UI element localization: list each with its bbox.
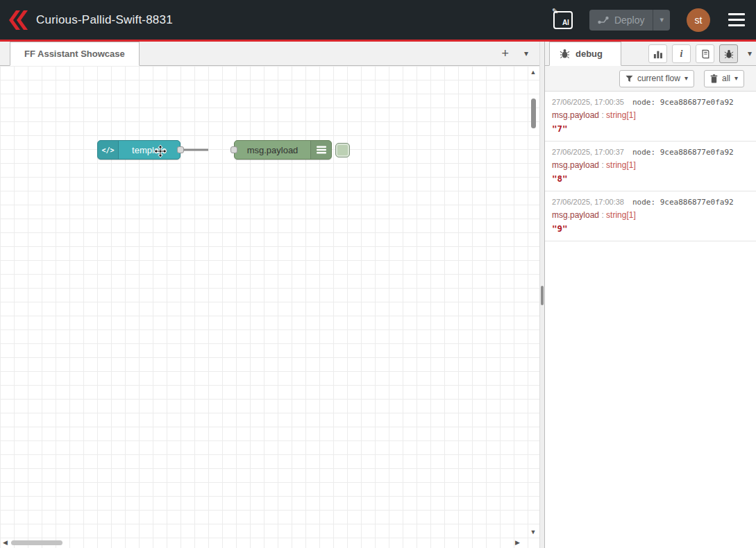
workspace: FF Assistant Showcase + ▾ </> template m…	[0, 42, 539, 548]
debug-node[interactable]: msg.payload	[234, 140, 332, 160]
bar-chart-icon	[653, 49, 663, 59]
property-type: string[1]	[606, 210, 636, 220]
scroll-right-icon[interactable]: ▶	[515, 538, 520, 547]
scroll-up-icon[interactable]: ▲	[528, 69, 538, 76]
ai-assistant-button[interactable]: ✎ AI	[553, 11, 573, 29]
message-value: "8"	[552, 173, 749, 184]
debug-enable-toggle[interactable]	[335, 143, 350, 157]
canvas-vertical-scrollbar[interactable]: ▲ ▼	[528, 67, 538, 537]
template-node-icon: </>	[98, 141, 119, 159]
bug-icon	[724, 49, 734, 59]
property-separator: :	[599, 210, 606, 220]
vertical-scrollbar-thumb[interactable]	[531, 99, 536, 128]
avatar-initials: st	[695, 15, 703, 26]
user-avatar[interactable]: st	[687, 8, 710, 32]
message-timestamp: 27/06/2025, 17:00:38	[552, 198, 624, 207]
deploy-button[interactable]: Deploy ▾	[589, 10, 670, 31]
resize-grip-icon	[541, 286, 544, 305]
filter-button-label: current flow	[637, 74, 680, 83]
debug-message-list: 27/06/2025, 17:00:35 node: 9cea886877e0f…	[545, 92, 756, 548]
pencil-icon: ✎	[552, 7, 558, 16]
tab-ff-assistant-showcase[interactable]: FF Assistant Showcase	[10, 42, 140, 66]
message-timestamp: 27/06/2025, 17:00:35	[552, 98, 624, 107]
header: Curious-Pallid-Swift-8831 ✎ AI Deploy ▾	[0, 0, 756, 42]
debug-input-port[interactable]	[230, 146, 237, 153]
header-actions: ✎ AI Deploy ▾ st	[553, 0, 746, 40]
context-tab-button[interactable]	[696, 44, 714, 63]
hamburger-icon	[728, 24, 745, 26]
message-node-id: node: 9cea886877e0fa92	[632, 148, 734, 157]
horizontal-scrollbar-thumb[interactable]	[11, 540, 62, 545]
sidebar-tabbar: debug i	[545, 42, 756, 66]
debug-node-label: msg.payload	[235, 141, 310, 159]
hamburger-icon	[728, 13, 745, 15]
debug-message[interactable]: 27/06/2025, 17:00:35 node: 9cea886877e0f…	[545, 92, 756, 142]
flow-list-chevron-icon[interactable]: ▾	[524, 49, 528, 58]
deploy-options-button[interactable]: ▾	[653, 10, 670, 31]
clear-button-label: all	[722, 74, 730, 83]
sidebar-tab-debug[interactable]: debug	[549, 42, 621, 66]
ai-button-label: AI	[562, 19, 569, 26]
page-title: Curious-Pallid-Swift-8831	[36, 13, 173, 27]
message-property: msg.payload : string[1]	[552, 210, 749, 220]
sidebar: debug i	[544, 42, 756, 548]
message-meta: 27/06/2025, 17:00:35 node: 9cea886877e0f…	[552, 98, 749, 107]
book-icon	[700, 49, 710, 59]
debug-toolbar: current flow ▾ all ▾	[545, 66, 756, 92]
debug-message[interactable]: 27/06/2025, 17:00:38 node: 9cea886877e0f…	[545, 191, 756, 241]
deploy-icon	[598, 16, 609, 24]
sidebar-tab-icons: i	[648, 44, 738, 63]
property-type: string[1]	[606, 110, 636, 120]
deploy-button-label: Deploy	[614, 15, 645, 26]
sidebar-resize-handle[interactable]	[539, 42, 544, 548]
flow-canvas[interactable]: </> template msg.payload	[0, 66, 539, 548]
deploy-button-main: Deploy	[589, 10, 653, 31]
message-node-id: node: 9cea886877e0fa92	[632, 198, 734, 207]
add-flow-button[interactable]: +	[501, 47, 509, 60]
property-path: msg.payload	[552, 210, 599, 220]
template-output-port[interactable]	[177, 146, 184, 153]
template-node-label: template	[119, 141, 180, 159]
debug-list-icon	[317, 146, 326, 154]
scroll-left-icon[interactable]: ◀	[3, 538, 8, 547]
flowfuse-logo-icon	[7, 10, 29, 31]
funnel-icon	[625, 75, 633, 83]
chevron-down-icon: ▾	[660, 15, 664, 24]
main-menu-button[interactable]	[727, 10, 746, 29]
info-tab-button[interactable]: i	[672, 44, 691, 63]
property-type: string[1]	[606, 160, 636, 170]
tabbar-actions: + ▾	[501, 42, 528, 65]
property-separator: :	[599, 110, 606, 120]
bug-icon	[560, 49, 570, 59]
hamburger-icon	[728, 19, 745, 21]
clear-all-button[interactable]: all ▾	[704, 70, 744, 87]
message-property: msg.payload : string[1]	[552, 110, 749, 120]
message-meta: 27/06/2025, 17:00:38 node: 9cea886877e0f…	[552, 198, 749, 207]
debug-tab-button[interactable]	[719, 44, 738, 63]
tab-label: FF Assistant Showcase	[24, 49, 125, 59]
scroll-down-icon[interactable]: ▼	[528, 529, 538, 536]
debug-node-icon	[310, 141, 331, 159]
message-property: msg.payload : string[1]	[552, 160, 749, 170]
trash-icon	[710, 74, 718, 83]
message-node-id: node: 9cea886877e0fa92	[632, 98, 734, 107]
workspace-tabbar: FF Assistant Showcase + ▾	[0, 42, 539, 66]
property-path: msg.payload	[552, 160, 599, 170]
chevron-down-icon: ▾	[734, 75, 738, 82]
message-timestamp: 27/06/2025, 17:00:37	[552, 148, 624, 157]
canvas-horizontal-scrollbar[interactable]: ◀ ▶	[0, 538, 528, 547]
message-value: "9"	[552, 223, 749, 234]
template-node[interactable]: </> template	[97, 140, 180, 160]
filter-current-flow-button[interactable]: current flow ▾	[619, 70, 694, 87]
property-path: msg.payload	[552, 110, 599, 120]
node-red-editor: Curious-Pallid-Swift-8831 ✎ AI Deploy ▾	[0, 0, 756, 548]
chevron-down-icon: ▾	[684, 75, 688, 82]
sidebar-tab-label: debug	[576, 49, 603, 59]
property-separator: :	[599, 160, 606, 170]
message-meta: 27/06/2025, 17:00:37 node: 9cea886877e0f…	[552, 148, 749, 157]
message-value: "7"	[552, 123, 749, 134]
sidebar-tabs-chevron-icon[interactable]: ▾	[748, 49, 752, 58]
code-icon: </>	[101, 146, 114, 154]
debug-message[interactable]: 27/06/2025, 17:00:37 node: 9cea886877e0f…	[545, 142, 756, 191]
dashboard-tab-button[interactable]	[648, 44, 667, 63]
